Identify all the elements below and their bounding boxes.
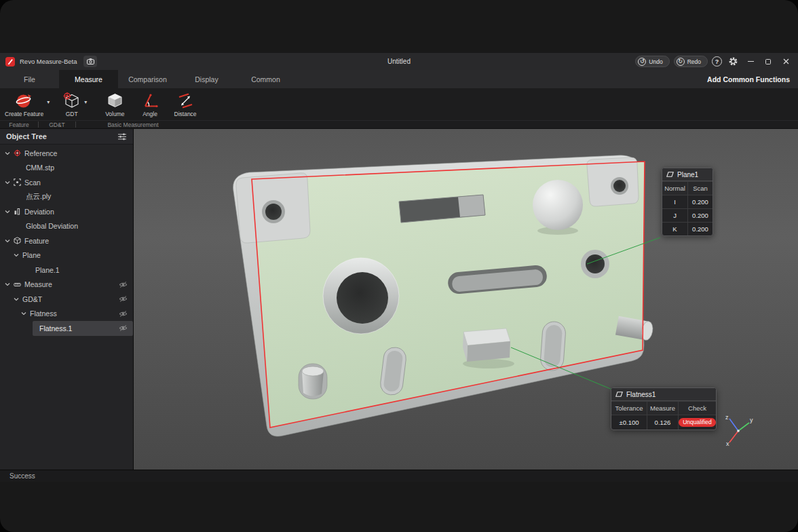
column-header: Tolerance [611,401,647,415]
tree-item-cmm-stp[interactable]: CMM.stp [0,161,133,176]
caret-down-icon[interactable]: ▾ [47,99,50,105]
undo-label: Undo [649,58,662,65]
group-gdt: GD&T [39,121,75,128]
tree-item-measure[interactable]: Measure [0,278,133,292]
eye-off-icon[interactable] [119,310,128,318]
chevron-down-icon[interactable] [14,297,19,301]
tree-item-label: Plane.1 [35,266,60,274]
tree-item-label: Flatness.1 [39,324,72,332]
tab-label: Measure [75,75,102,83]
peg-top [302,366,324,376]
tree-item-deviation[interactable]: Deviation [0,204,133,219]
distance-icon [176,92,195,110]
screenshot-backdrop: Revo Measure-Beta Untitled ↺ Undo ↻ Redo [0,0,798,532]
add-common-functions-button[interactable]: Add Common Functions [707,70,798,88]
redo-button[interactable]: ↻ Redo [674,56,708,67]
minimize-button[interactable] [744,55,757,68]
row-value: 0.200 [687,195,712,208]
tree-item-plane-1[interactable]: Plane.1 [0,263,133,278]
deviation-icon [14,208,21,215]
eye-off-icon[interactable] [119,324,128,332]
chevron-down-icon[interactable] [5,210,10,214]
camera-icon [87,58,94,64]
app-window: Revo Measure-Beta Untitled ↺ Undo ↻ Redo [0,53,798,482]
object-tree-header: Object Tree [0,129,133,145]
row-label: J [662,208,687,222]
settings-button[interactable] [726,55,740,68]
panel-title: Plane1 [677,171,698,178]
flatness-result-panel[interactable]: Flatness1 Tolerance Measure Check ±0.100… [611,387,717,430]
y-axis-label: y [750,417,753,423]
row-value: 0.200 [687,208,712,222]
tree-filter-icon[interactable] [117,133,127,140]
eye-off-icon[interactable] [119,281,128,288]
triad-origin [737,430,740,432]
tree-item-global-deviation[interactable]: Global Deviation [0,219,133,234]
chevron-down-icon[interactable] [5,180,10,185]
undo-icon: ↺ [638,58,646,66]
rib-boss-inner [544,324,563,368]
tab-file[interactable]: File [0,70,59,88]
maximize-icon [765,59,771,64]
capture-button[interactable] [83,56,97,67]
plane-result-panel[interactable]: Plane1 Normal Scan I 0.200 J 0.200 K 0.2… [662,168,713,236]
undo-button[interactable]: ↺ Undo [635,56,669,67]
feature-icon [14,237,21,244]
maximize-button[interactable] [761,55,775,68]
tree-item-pointcloud-ply[interactable]: 点云.ply [0,190,133,205]
tab-label: Comparison [128,75,167,83]
x-axis-label: x [726,440,729,446]
distance-button[interactable]: Distance [171,90,200,117]
app-logo-icon [5,57,15,66]
chevron-down-icon[interactable] [21,311,26,316]
tree-item-gdt[interactable]: GD&T [0,292,133,307]
row-value: 0.200 [687,222,712,235]
status-bar: Success [0,470,798,482]
eye-off-icon[interactable] [119,295,128,303]
tree-item-reference[interactable]: Reference [0,146,133,161]
z-axis-label: z [725,414,729,421]
sphere-boss [533,180,583,230]
chevron-down-icon[interactable] [14,253,19,257]
tree-item-label: GD&T [22,295,42,303]
ribbon-toolbar: Create Feature ▾ GDT ▾ [0,88,798,120]
tree-item-plane[interactable]: Plane [0,248,133,263]
help-button[interactable]: ? [712,56,722,66]
help-icon: ? [715,58,719,65]
chevron-down-icon[interactable] [5,282,10,286]
axis-triad[interactable]: z y x [721,413,754,446]
tolerance-value: ±0.100 [611,415,647,430]
x-axis [729,431,738,442]
tree-item-label: Scan [24,178,41,187]
chevron-down-icon[interactable] [5,151,10,155]
tab-display[interactable]: Display [177,70,236,88]
close-button[interactable] [779,55,793,68]
tab-measure[interactable]: Measure [59,70,118,88]
object-tree-panel: Object Tree [0,129,134,470]
unqualified-badge: Unqualified [679,418,716,427]
large-hole-bore [337,272,388,324]
volume-button[interactable]: Volume [102,90,128,117]
button-label: Volume [105,111,124,117]
measure-value: 0.126 [647,415,678,430]
tab-common[interactable]: Common [236,70,295,88]
column-header: Measure [647,401,678,415]
button-label: Create Feature [5,111,43,117]
tree-item-scan[interactable]: Scan [0,175,133,190]
chevron-down-icon[interactable] [5,239,10,243]
tree-item-flatness-1[interactable]: Flatness.1 [33,321,133,336]
angle-button[interactable]: Angle [138,90,163,117]
reference-icon [14,149,21,157]
plane-icon [666,172,674,177]
tree-item-flatness[interactable]: Flatness [0,307,133,322]
tab-comparison[interactable]: Comparison [118,70,177,88]
corner-hole-bore [613,180,626,192]
small-hole-bore [586,254,605,273]
tab-label: Common [251,75,280,83]
viewport-3d[interactable]: Plane1 Normal Scan I 0.200 J 0.200 K 0.2… [134,129,798,470]
gdt-button[interactable]: GDT ▾ [59,90,84,117]
caret-down-icon[interactable]: ▾ [84,99,87,105]
tree-item-feature[interactable]: Feature [0,233,133,248]
create-feature-button[interactable]: Create Feature ▾ [1,90,47,117]
group-feature: Feature [0,121,38,128]
